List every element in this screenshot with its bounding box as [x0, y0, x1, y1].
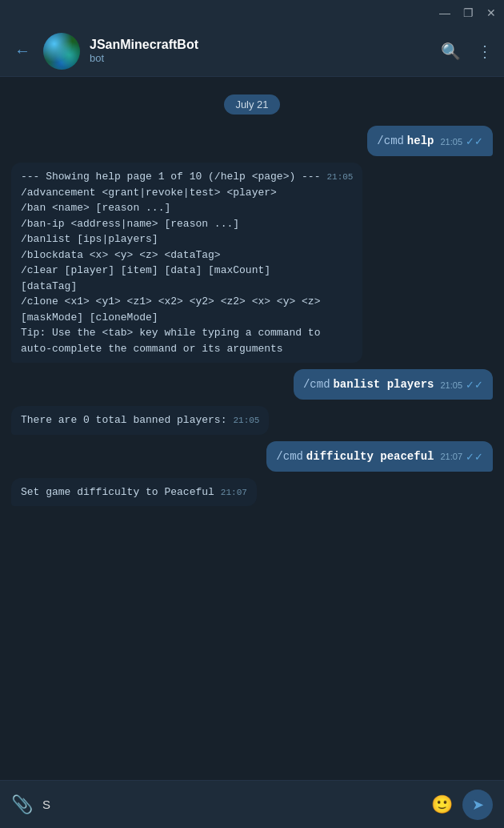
message-time: 21:05 — [326, 171, 353, 184]
message-text: --- Showing help page 1 of 10 (/help <pa… — [21, 171, 320, 355]
message-meta: 21:07 ✓✓ — [440, 449, 483, 465]
message-row: 21:05 ✓✓ /cmd help — [11, 126, 493, 156]
send-button[interactable]: ➤ — [462, 790, 493, 820]
message-meta: 21:05 ✓✓ — [440, 377, 483, 393]
bot-name: JSanMinecraftBot — [90, 38, 431, 52]
cmd-value: banlist players — [333, 378, 434, 391]
outgoing-bubble: 21:05 ✓✓ /cmd banlist players — [294, 369, 493, 400]
outgoing-bubble: 21:05 ✓✓ /cmd help — [367, 126, 493, 156]
cmd-value: help — [407, 135, 434, 147]
message-time: 21:07 — [221, 486, 247, 500]
input-area: 📎 🙂 ➤ — [0, 780, 504, 828]
incoming-bubble: 21:07 Set game difficulty to Peaceful — [11, 478, 257, 507]
outgoing-bubble: 21:07 ✓✓ /cmd difficulty peaceful — [266, 441, 493, 472]
read-receipt-icon: ✓✓ — [466, 377, 483, 393]
title-bar: — ❐ ✕ — [0, 0, 504, 26]
message-row: 21:05 There are 0 total banned players: — [11, 406, 493, 435]
close-button[interactable]: ✕ — [486, 7, 496, 18]
emoji-button[interactable]: 🙂 — [431, 794, 453, 815]
header-info: JSanMinecraftBot bot — [90, 38, 431, 64]
message-input[interactable] — [42, 798, 422, 811]
message-meta: 21:07 — [221, 486, 247, 500]
chat-area: July 21 21:05 ✓✓ /cmd help 21:05 --- Sho… — [0, 77, 504, 780]
read-receipt-icon: ✓✓ — [466, 134, 483, 150]
avatar-image — [43, 33, 80, 70]
message-meta: 21:05 ✓✓ — [440, 134, 483, 150]
message-time: 21:05 — [440, 135, 462, 149]
maximize-button[interactable]: ❐ — [463, 7, 474, 18]
incoming-bubble: 21:05 There are 0 total banned players: — [11, 406, 269, 435]
message-row: 21:05 --- Showing help page 1 of 10 (/he… — [11, 163, 493, 363]
message-meta: 21:05 — [233, 414, 259, 428]
message-row: 21:07 ✓✓ /cmd difficulty peaceful — [11, 441, 493, 472]
bot-status: bot — [90, 52, 431, 64]
cmd-value: difficulty peaceful — [306, 450, 434, 463]
message-row: 21:07 Set game difficulty to Peaceful — [11, 478, 493, 507]
message-text: There are 0 total banned players: — [21, 414, 226, 426]
message-text: Set game difficulty to Peaceful — [21, 486, 214, 498]
message-row: 21:05 ✓✓ /cmd banlist players — [11, 369, 493, 400]
date-badge: July 21 — [224, 94, 279, 115]
chat-header: ← JSanMinecraftBot bot 🔍 ⋮ — [0, 26, 504, 77]
cmd-label: /cmd — [377, 135, 404, 147]
send-icon: ➤ — [472, 796, 484, 814]
read-receipt-icon: ✓✓ — [466, 449, 483, 465]
incoming-bubble: 21:05 --- Showing help page 1 of 10 (/he… — [11, 163, 362, 363]
message-meta: 21:05 — [326, 171, 353, 184]
message-time: 21:05 — [233, 414, 259, 428]
attach-button[interactable]: 📎 — [11, 794, 33, 815]
back-button[interactable]: ← — [11, 38, 34, 63]
avatar — [43, 33, 80, 70]
minimize-button[interactable]: — — [439, 7, 450, 18]
search-icon[interactable]: 🔍 — [441, 42, 461, 61]
message-time: 21:05 — [440, 379, 462, 392]
cmd-label: /cmd — [276, 450, 303, 463]
more-options-icon[interactable]: ⋮ — [477, 42, 493, 61]
header-actions: 🔍 ⋮ — [441, 42, 493, 61]
cmd-label: /cmd — [303, 378, 330, 391]
message-time: 21:07 — [440, 450, 462, 464]
